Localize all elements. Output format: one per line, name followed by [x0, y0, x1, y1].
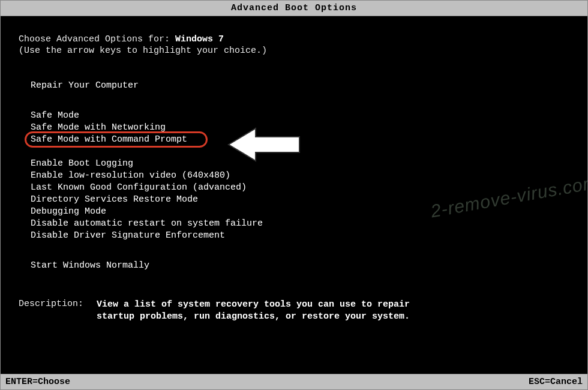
intro-instruction: (Use the arrow keys to highlight your ch…	[19, 46, 569, 56]
intro-line: Choose Advanced Options for: Windows 7	[19, 34, 569, 44]
title-text: Advanced Boot Options	[231, 3, 357, 13]
menu-enable-boot-logging[interactable]: Enable Boot Logging	[31, 158, 569, 170]
menu-debugging-mode[interactable]: Debugging Mode	[31, 206, 569, 218]
menu-low-res-video[interactable]: Enable low-resolution video (640x480)	[31, 170, 569, 182]
title-bar: Advanced Boot Options	[1, 1, 587, 16]
menu-dsrm[interactable]: Directory Services Restore Mode	[31, 194, 569, 206]
main-content: Choose Advanced Options for: Windows 7 (…	[1, 16, 587, 323]
intro-prefix: Choose Advanced Options for:	[19, 34, 175, 44]
footer-bar: ENTER=Choose ESC=Cancel	[1, 374, 587, 389]
menu-start-windows-normally[interactable]: Start Windows Normally	[31, 260, 569, 272]
menu-repair-computer[interactable]: Repair Your Computer	[31, 80, 569, 92]
description-row: Description: View a list of system recov…	[19, 299, 569, 323]
menu-disable-driver-sig[interactable]: Disable Driver Signature Enforcement	[31, 230, 569, 242]
boot-menu: Repair Your Computer Safe Mode Safe Mode…	[19, 80, 569, 272]
menu-disable-auto-restart[interactable]: Disable automatic restart on system fail…	[31, 218, 569, 230]
menu-safe-mode-command-prompt[interactable]: Safe Mode with Command Prompt	[31, 134, 187, 146]
menu-safe-mode[interactable]: Safe Mode	[31, 110, 569, 122]
description-label: Description:	[19, 299, 97, 323]
footer-enter-hint: ENTER=Choose	[5, 377, 70, 387]
intro-os: Windows 7	[175, 34, 224, 44]
menu-safe-mode-networking[interactable]: Safe Mode with Networking	[31, 122, 569, 134]
highlighted-menu-item: Safe Mode with Command Prompt	[31, 134, 187, 146]
footer-esc-hint: ESC=Cancel	[529, 377, 583, 387]
description-text: View a list of system recovery tools you…	[97, 299, 421, 323]
menu-last-known-good[interactable]: Last Known Good Configuration (advanced)	[31, 182, 569, 194]
